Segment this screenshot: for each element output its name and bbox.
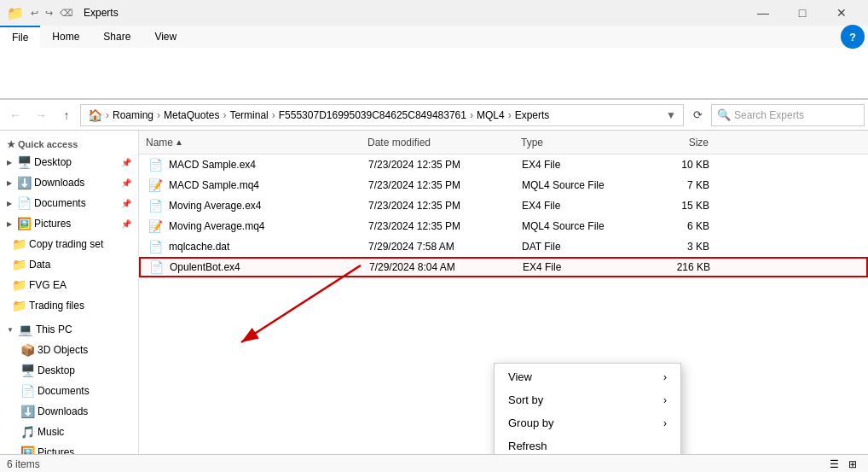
path-home-icon: 🏠 [88,108,102,122]
path-metaquotes[interactable]: MetaQuotes [164,109,219,121]
tab-view[interactable]: View [142,26,188,48]
sidebar-item-3dobjects[interactable]: 📦 3D Objects [0,340,138,360]
large-icons-button[interactable]: ⊞ [844,456,861,473]
col-header-type[interactable]: Type [521,137,640,149]
sidebar-item-fvgea[interactable]: 📁 FVG EA [0,275,138,295]
tradingfiles-icon: 📁 [12,299,26,312]
sidebar: ★ Quick access ▶ 🖥️ Desktop 📌 ▶ ⬇️ Downl… [0,131,139,454]
sidebar-item-copytrading[interactable]: 📁 Copy trading set [0,234,138,254]
file-name-3: Moving Average.mq4 [169,220,265,232]
file-icon-2: 📄 [147,199,164,213]
file-list: Name ▲ Date modified Type Size 📄 MACD Sa… [139,131,868,454]
menu-item-refresh[interactable]: Refresh [495,434,680,454]
tab-home[interactable]: Home [40,26,91,48]
maximize-button[interactable]: □ [783,0,822,26]
minimize-button[interactable]: — [744,0,783,26]
file-type-1: MQL4 Source File [522,179,641,191]
details-view-button[interactable]: ☰ [825,456,842,473]
status-count: 6 items [7,458,40,470]
tab-share[interactable]: Share [91,26,142,48]
sidebar-item-documents-pc[interactable]: 📄 Documents [0,381,138,401]
sidebar-item-desktop-pc[interactable]: 🖥️ Desktop [0,360,138,381]
path-hash[interactable]: F555307D16995039C84625C849483761 [279,109,466,121]
sidebar-item-pictures-pc[interactable]: 🖼️ Pictures [0,442,138,454]
sidebar-item-thispc[interactable]: ▼ 💻 This PC [0,319,138,340]
menu-item-sort-by[interactable]: Sort by › [495,388,680,411]
file-name-1: MACD Sample.mq4 [169,179,259,191]
back-button[interactable]: ← [3,103,27,127]
forward-button[interactable]: → [29,103,53,127]
search-icon: 🔍 [717,108,731,121]
desktop-qa-icon: 🖥️ [17,155,31,169]
sidebar-item-pictures-qa[interactable]: ▶ 🖼️ Pictures 📌 [0,213,138,234]
table-row[interactable]: 📄 MACD Sample.ex4 7/23/2024 12:35 PM EX4… [139,154,868,175]
ribbon-placeholder [7,65,23,82]
file-date-5: 7/29/2024 8:04 AM [369,261,523,273]
path-dropdown-arrow[interactable]: ▼ [666,109,676,121]
menu-arrow-view: › [663,371,667,383]
file-date-4: 7/29/2024 7:58 AM [368,241,522,253]
context-menu: View › Sort by › Group by › Refresh Cust… [494,363,681,454]
copytrading-icon: 📁 [12,237,26,251]
file-date-2: 7/23/2024 12:35 PM [368,200,522,212]
refresh-button[interactable]: ⟳ [686,103,709,127]
ribbon: File Home Share View ? [0,26,868,100]
pictures-qa-icon: 🖼️ [17,217,31,230]
undo-icon[interactable]: ↩ [31,8,38,19]
path-terminal[interactable]: Terminal [229,109,268,121]
sidebar-item-music[interactable]: 🎵 Music [0,422,138,442]
file-name-5: OpulentBot.ex4 [170,261,240,273]
col-header-date[interactable]: Date modified [367,137,521,149]
status-bar: 6 items ☰ ⊞ [0,454,868,472]
tab-file[interactable]: File [0,26,40,48]
sidebar-item-documents-qa[interactable]: ▶ 📄 Documents 📌 [0,193,138,213]
sidebar-item-downloads-pc[interactable]: ⬇️ Downloads [0,401,138,422]
title-bar-controls: — □ ✕ [744,0,861,26]
delete-icon[interactable]: ⌫ [60,8,73,19]
title-bar-title: Experts [84,7,119,19]
table-row-opulentbot[interactable]: 📄 OpulentBot.ex4 7/29/2024 8:04 AM EX4 F… [139,257,868,277]
table-row[interactable]: 📄 mqlcache.dat 7/29/2024 7:58 AM DAT Fil… [139,236,868,257]
up-button[interactable]: ↑ [55,103,78,127]
folder-icon: 📁 [7,5,24,21]
table-row[interactable]: 📝 Moving Average.mq4 7/23/2024 12:35 PM … [139,216,868,236]
file-size-0: 10 KB [641,159,709,171]
col-header-name[interactable]: Name ▲ [146,137,367,149]
title-bar: 📁 ↩ ↪ ⌫ Experts — □ ✕ [0,0,868,26]
file-name-2: Moving Average.ex4 [169,200,262,212]
table-row[interactable]: 📝 MACD Sample.mq4 7/23/2024 12:35 PM MQL… [139,175,868,195]
file-type-4: DAT File [522,241,641,253]
close-button[interactable]: ✕ [822,0,861,26]
file-size-1: 7 KB [641,179,709,191]
sidebar-item-downloads-qa[interactable]: ▶ ⬇️ Downloads 📌 [0,172,138,193]
sort-arrow: ▲ [175,137,183,147]
file-icon-5: 📄 [148,260,165,274]
file-name-4: mqlcache.dat [169,241,229,253]
file-list-header: Name ▲ Date modified Type Size [139,131,868,154]
menu-item-view[interactable]: View › [495,365,680,388]
sidebar-item-data[interactable]: 📁 Data [0,254,138,275]
pictures-pc-icon: 🖼️ [20,446,34,454]
sidebar-item-desktop-qa[interactable]: ▶ 🖥️ Desktop 📌 [0,152,138,172]
menu-item-group-by[interactable]: Group by › [495,411,680,434]
search-box[interactable]: 🔍 Search Experts [711,104,865,126]
file-icon-3: 📝 [147,219,164,233]
downloads-pc-icon: ⬇️ [20,405,34,418]
path-experts[interactable]: Experts [515,109,550,121]
title-bar-left: 📁 ↩ ↪ ⌫ Experts [7,5,119,21]
address-path[interactable]: 🏠 › Roaming › MetaQuotes › Terminal › F5… [80,104,684,126]
address-bar: ← → ↑ 🏠 › Roaming › MetaQuotes › Termina… [0,100,868,131]
path-mql4[interactable]: MQL4 [477,109,505,121]
help-button[interactable]: ? [841,25,865,49]
search-placeholder: Search Experts [734,109,804,121]
table-row[interactable]: 📄 Moving Average.ex4 7/23/2024 12:35 PM … [139,195,868,216]
file-size-3: 6 KB [641,220,709,232]
pin-icon-doc: 📌 [121,199,131,208]
sidebar-item-tradingfiles[interactable]: 📁 Trading files [0,295,138,316]
file-icon-1: 📝 [147,178,164,192]
redo-icon[interactable]: ↪ [45,8,53,19]
path-roaming[interactable]: Roaming [113,109,153,121]
fvgea-icon: 📁 [12,278,26,292]
col-header-size[interactable]: Size [640,137,709,149]
desktop-pc-icon: 🖥️ [20,364,34,377]
